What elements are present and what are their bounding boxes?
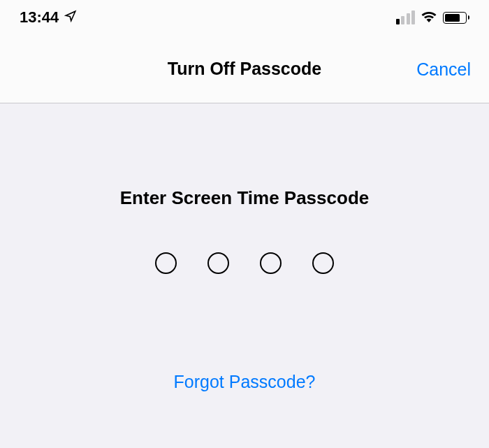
forgot-passcode-button[interactable]: Forgot Passcode? [174,372,316,392]
passcode-input[interactable] [155,252,334,274]
battery-icon [443,12,469,24]
passcode-dot-2 [207,252,229,274]
status-left: 13:44 [20,8,77,27]
page-title: Turn Off Passcode [168,59,321,79]
status-time: 13:44 [20,8,59,27]
content-area: Enter Screen Time Passcode Forgot Passco… [0,103,489,392]
passcode-dot-4 [312,252,334,274]
passcode-prompt: Enter Screen Time Passcode [120,187,369,209]
passcode-dot-3 [260,252,282,274]
status-right [396,10,470,25]
status-bar: 13:44 [0,0,489,35]
wifi-icon [421,10,437,25]
navigation-bar: Turn Off Passcode Cancel [0,35,489,103]
location-icon [64,8,77,27]
cellular-signal-icon [396,10,416,24]
cancel-button[interactable]: Cancel [416,59,471,79]
passcode-dot-1 [155,252,177,274]
